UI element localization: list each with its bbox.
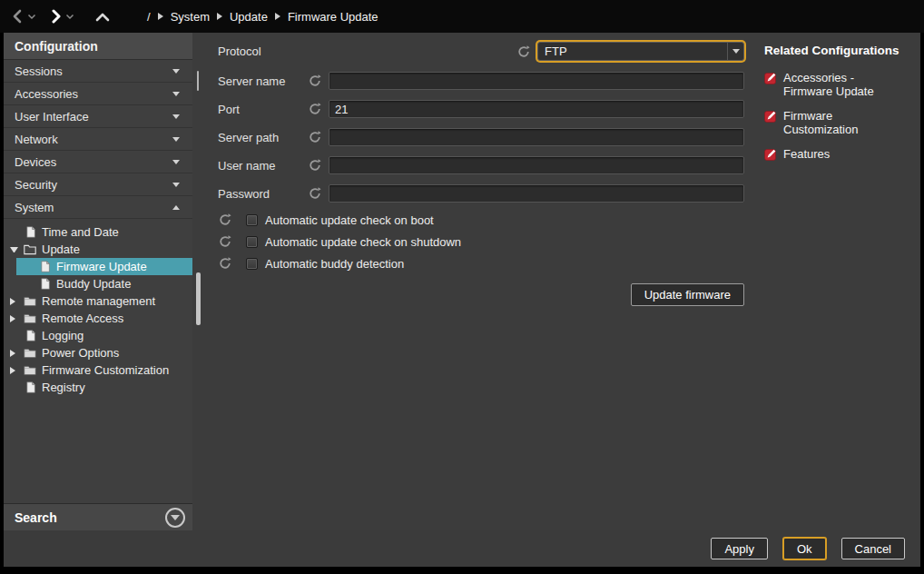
- tree-item-label: Time and Date: [42, 225, 119, 239]
- chevron-down-icon: [172, 92, 180, 96]
- firmware-update-panel: Protocol FTP Server name Port Server pat…: [203, 33, 755, 530]
- password-input[interactable]: [329, 184, 744, 203]
- forward-button[interactable]: [49, 9, 63, 24]
- user-name-label: User name: [218, 159, 309, 173]
- sidebar-item-system[interactable]: System: [4, 196, 192, 219]
- related-link-label: Features: [783, 147, 830, 161]
- reset-icon[interactable]: [309, 74, 321, 87]
- server-name-label: Server name: [218, 74, 309, 88]
- breadcrumb-root[interactable]: /: [147, 10, 151, 24]
- sidebar-item-accessories[interactable]: Accessories: [4, 83, 192, 105]
- tree-item-label: Remote management: [42, 294, 155, 308]
- caret-down-icon: [171, 515, 180, 520]
- tree-item-label: Remote Access: [42, 312, 123, 325]
- tree-item-firmware-customization[interactable]: Firmware Customization: [4, 361, 192, 379]
- apply-button[interactable]: Apply: [711, 538, 768, 559]
- protocol-row: Protocol FTP: [218, 42, 744, 61]
- search-expand-button[interactable]: [165, 508, 185, 528]
- section-label: User Interface: [15, 110, 89, 124]
- server-name-input[interactable]: [329, 72, 744, 90]
- folder-icon: [24, 348, 36, 359]
- expander-closed-icon[interactable]: [10, 367, 18, 374]
- user-name-input[interactable]: [329, 156, 744, 174]
- update-firmware-button[interactable]: Update firmware: [631, 283, 744, 306]
- protocol-label: Protocol: [218, 45, 517, 58]
- sidebar-item-devices[interactable]: Devices: [4, 151, 192, 173]
- reset-icon[interactable]: [517, 45, 530, 58]
- forward-history-caret-icon[interactable]: [65, 14, 74, 20]
- dropdown-caret-button[interactable]: [727, 43, 743, 60]
- breadcrumb-arrow-icon: [158, 13, 163, 20]
- navigation-toolbar: / System Update Firmware Update: [0, 0, 924, 33]
- checkbox-update-check-on-boot[interactable]: [246, 214, 258, 226]
- reset-icon[interactable]: [219, 257, 231, 270]
- sidebar-item-security[interactable]: Security: [4, 173, 192, 196]
- reset-icon[interactable]: [219, 235, 231, 248]
- scrollbar-thumb[interactable]: [196, 272, 201, 325]
- related-link-features[interactable]: Features: [764, 147, 915, 161]
- chevron-down-icon: [172, 137, 180, 142]
- sidebar-item-user-interface[interactable]: User Interface: [4, 105, 192, 128]
- up-button[interactable]: [94, 10, 111, 23]
- expander-closed-icon[interactable]: [10, 298, 18, 305]
- protocol-dropdown[interactable]: FTP: [537, 42, 744, 61]
- breadcrumb-arrow-icon: [217, 13, 222, 20]
- section-label: Devices: [15, 155, 56, 169]
- folder-icon: [24, 365, 36, 376]
- sidebar-item-sessions[interactable]: Sessions: [4, 60, 192, 83]
- tree-item-registry[interactable]: Registry: [4, 379, 192, 396]
- reset-icon[interactable]: [309, 103, 321, 115]
- tree-item-label: Power Options: [42, 346, 119, 360]
- breadcrumb-item-update[interactable]: Update: [230, 10, 268, 24]
- chevron-down-icon: [172, 114, 180, 119]
- page-icon: [25, 381, 36, 393]
- ok-button[interactable]: Ok: [783, 538, 826, 559]
- search-label: Search: [15, 510, 57, 525]
- tree-item-label: Firmware Update: [56, 260, 147, 273]
- reset-icon[interactable]: [309, 187, 321, 200]
- related-link-firmware-customization[interactable]: Firmware Customization: [764, 109, 915, 136]
- expander-closed-icon[interactable]: [10, 350, 18, 357]
- edit-icon: [764, 148, 777, 161]
- sidebar-item-network[interactable]: Network: [4, 128, 192, 151]
- tree-item-label: Buddy Update: [56, 277, 131, 291]
- app-window: / System Update Firmware Update Configur…: [0, 0, 924, 574]
- checkbox-update-check-on-shutdown[interactable]: [246, 236, 258, 248]
- tree-item-buddy-update[interactable]: Buddy Update: [4, 275, 192, 292]
- section-label: Accessories: [15, 87, 78, 101]
- breadcrumb-arrow-icon: [275, 13, 280, 20]
- checkbox-buddy-detection[interactable]: [246, 258, 258, 270]
- checkbox-label: Automatic update check on boot: [265, 213, 434, 227]
- search-bar[interactable]: Search: [4, 503, 192, 530]
- tree-item-firmware-update[interactable]: Firmware Update: [16, 258, 192, 275]
- port-input[interactable]: [329, 100, 744, 118]
- tree-item-power-options[interactable]: Power Options: [4, 344, 192, 361]
- reset-icon[interactable]: [219, 213, 231, 226]
- cancel-button[interactable]: Cancel: [841, 538, 905, 559]
- port-row: Port: [218, 100, 744, 118]
- sidebar-scrollbar[interactable]: [192, 33, 203, 530]
- reset-icon[interactable]: [309, 131, 321, 144]
- page-icon: [25, 226, 36, 238]
- tree-item-logging[interactable]: Logging: [4, 327, 192, 344]
- update-check-on-shutdown-row: Automatic update check on shutdown: [218, 234, 744, 249]
- breadcrumb-item-system[interactable]: System: [171, 10, 210, 24]
- update-button-row: Update firmware: [218, 283, 744, 306]
- reset-icon[interactable]: [309, 159, 321, 172]
- expander-closed-icon[interactable]: [10, 315, 18, 322]
- tree-item-remote-management[interactable]: Remote management: [4, 292, 192, 310]
- breadcrumb-item-firmware-update[interactable]: Firmware Update: [288, 10, 378, 24]
- tree-item-time-and-date[interactable]: Time and Date: [4, 223, 192, 241]
- page-icon: [40, 278, 51, 290]
- related-link-label: Firmware Customization: [783, 109, 885, 136]
- scrollbar-thumb[interactable]: [197, 71, 199, 91]
- related-link-accessories-firmware-update[interactable]: Accessories - Firmware Update: [764, 71, 915, 98]
- back-history-caret-icon[interactable]: [27, 14, 36, 20]
- expander-open-icon[interactable]: [10, 247, 18, 252]
- related-configurations-panel: Related Configurations Accessories - Fir…: [755, 33, 920, 530]
- tree-item-update[interactable]: Update: [4, 241, 192, 258]
- server-path-input[interactable]: [329, 128, 744, 146]
- tree-item-remote-access[interactable]: Remote Access: [4, 310, 192, 327]
- back-button[interactable]: [11, 9, 25, 24]
- sidebar-title: Configuration: [4, 33, 192, 60]
